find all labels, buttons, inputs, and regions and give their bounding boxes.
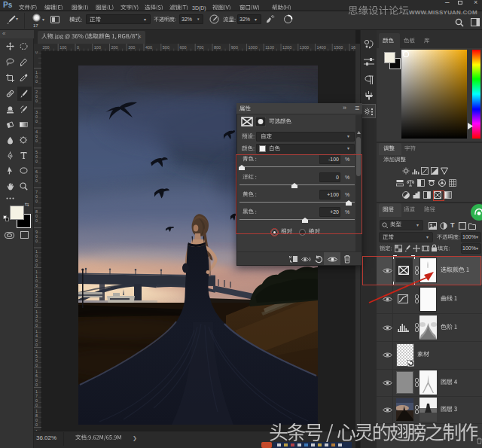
svg-text:0: 0 bbox=[35, 263, 38, 267]
svg-text:0: 0 bbox=[35, 283, 38, 288]
svg-text:500: 500 bbox=[163, 45, 169, 50]
svg-text:0: 0 bbox=[35, 382, 38, 387]
svg-text:0: 0 bbox=[35, 218, 38, 223]
svg-text:200: 200 bbox=[43, 45, 50, 50]
svg-text:1200: 1200 bbox=[282, 45, 291, 50]
svg-text:0: 0 bbox=[35, 403, 38, 407]
svg-text:900: 900 bbox=[231, 45, 238, 50]
svg-text:700: 700 bbox=[197, 45, 203, 50]
svg-text:400: 400 bbox=[145, 45, 152, 50]
svg-text:200: 200 bbox=[111, 45, 118, 50]
svg-text:0: 0 bbox=[35, 303, 38, 307]
svg-text:100: 100 bbox=[94, 45, 101, 50]
svg-text:0: 0 bbox=[35, 99, 38, 103]
svg-text:0: 0 bbox=[35, 79, 38, 84]
svg-text:1100: 1100 bbox=[265, 45, 274, 50]
svg-text:0: 0 bbox=[35, 323, 38, 328]
svg-text:300: 300 bbox=[128, 45, 135, 50]
svg-text:0: 0 bbox=[77, 45, 79, 50]
svg-text:0: 0 bbox=[35, 239, 38, 243]
svg-text:0: 0 bbox=[35, 159, 38, 163]
svg-text:100: 100 bbox=[59, 45, 66, 50]
svg-text:0: 0 bbox=[35, 199, 38, 203]
svg-text:0: 0 bbox=[35, 119, 38, 123]
svg-text:1300: 1300 bbox=[300, 45, 309, 50]
svg-text:0: 0 bbox=[35, 139, 38, 143]
svg-text:0: 0 bbox=[35, 422, 38, 427]
svg-text:600: 600 bbox=[180, 45, 187, 50]
svg-text:0: 0 bbox=[35, 363, 38, 367]
svg-text:1400: 1400 bbox=[317, 45, 326, 50]
svg-text:800: 800 bbox=[214, 45, 221, 50]
svg-text:0: 0 bbox=[35, 51, 38, 54]
svg-text:1000: 1000 bbox=[249, 45, 258, 50]
svg-text:0: 0 bbox=[35, 178, 38, 183]
svg-text:0: 0 bbox=[35, 343, 38, 347]
svg-text:1500: 1500 bbox=[334, 45, 343, 50]
